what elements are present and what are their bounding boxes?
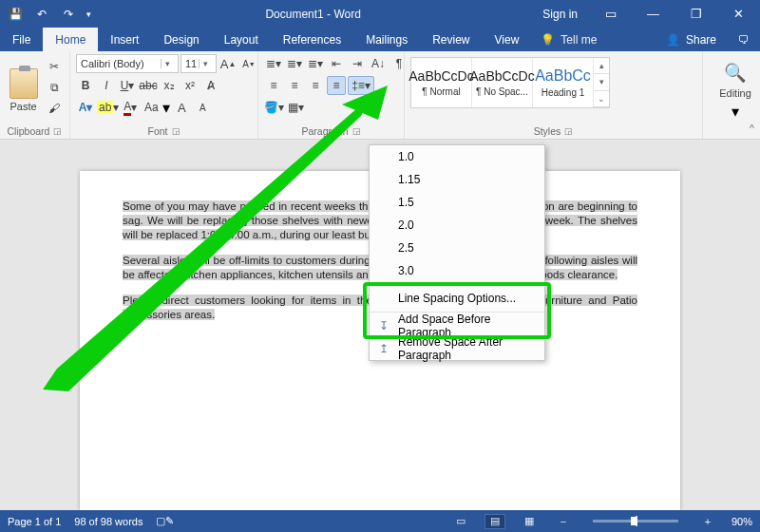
line-spacing-1-0[interactable]: 1.0 bbox=[370, 145, 544, 168]
paragraph-dialog-launcher[interactable]: ◲ bbox=[352, 126, 361, 136]
share-button[interactable]: 👤Share bbox=[655, 28, 728, 51]
proofing-icon[interactable]: ▢✎ bbox=[156, 515, 174, 527]
tab-insert[interactable]: Insert bbox=[98, 28, 151, 51]
borders-button[interactable]: ▦▾ bbox=[286, 98, 305, 117]
sort-button[interactable]: A↓ bbox=[369, 54, 388, 73]
underline-button[interactable]: U▾ bbox=[118, 76, 137, 95]
ribbon: Paste ✂ ⧉ 🖌 Clipboard◲ Calibri (Body)▾ 1… bbox=[0, 51, 760, 140]
clipboard-dialog-launcher[interactable]: ◲ bbox=[53, 126, 62, 136]
font-size-value: 11 bbox=[185, 58, 197, 69]
line-spacing-button[interactable]: ‡≡▾ bbox=[348, 76, 374, 95]
superscript-button[interactable]: x² bbox=[180, 76, 200, 95]
decrease-indent-button[interactable]: ⇤ bbox=[327, 54, 346, 73]
read-mode-button[interactable]: ▭ bbox=[450, 514, 471, 529]
highlight-button[interactable]: ab▾ bbox=[97, 98, 119, 117]
clipboard-icon bbox=[10, 68, 38, 99]
save-icon: 💾 bbox=[9, 8, 23, 21]
line-spacing-options[interactable]: Line Spacing Options... bbox=[370, 287, 544, 310]
undo-icon: ↶ bbox=[37, 8, 47, 21]
tab-view[interactable]: View bbox=[483, 28, 532, 51]
zoom-out-button[interactable]: − bbox=[553, 514, 574, 529]
clear-formatting-button[interactable]: A̷ bbox=[201, 76, 220, 95]
align-center-button[interactable]: ≡ bbox=[285, 76, 304, 95]
tab-design[interactable]: Design bbox=[151, 28, 211, 51]
group-font-label: Font◲ bbox=[76, 124, 252, 138]
tab-layout[interactable]: Layout bbox=[212, 28, 271, 51]
redo-button[interactable]: ↷ bbox=[55, 0, 82, 28]
zoom-thumb[interactable] bbox=[631, 517, 637, 525]
grow-font2[interactable]: A bbox=[172, 98, 191, 117]
restore-button[interactable]: ❐ bbox=[674, 0, 717, 28]
align-right-button[interactable]: ≡ bbox=[306, 76, 325, 95]
tab-references[interactable]: References bbox=[271, 28, 353, 51]
zoom-slider[interactable] bbox=[593, 520, 678, 522]
bulb-icon: 💡 bbox=[541, 33, 555, 47]
shading-button[interactable]: 🪣▾ bbox=[264, 98, 284, 117]
multilevel-list-button[interactable]: ≣▾ bbox=[306, 54, 325, 73]
font-name-box[interactable]: Calibri (Body)▾ bbox=[76, 54, 179, 73]
chevron-down-icon: ▾ bbox=[161, 59, 174, 68]
line-spacing-1-5[interactable]: 1.5 bbox=[370, 191, 544, 214]
sign-in-link[interactable]: Sign in bbox=[531, 8, 589, 21]
style-normal[interactable]: AaBbCcDc¶ Normal bbox=[411, 58, 472, 107]
increase-indent-button[interactable]: ⇥ bbox=[348, 54, 367, 73]
format-painter-button[interactable]: 🖌 bbox=[45, 99, 64, 118]
tab-review[interactable]: Review bbox=[420, 28, 482, 51]
zoom-in-button[interactable]: + bbox=[697, 514, 718, 529]
bold-button[interactable]: B bbox=[76, 76, 95, 95]
search-icon: 🔍 bbox=[724, 62, 747, 84]
justify-button[interactable]: ≡ bbox=[327, 76, 346, 95]
comments-button[interactable]: 🗨 bbox=[728, 28, 760, 51]
style-no-spacing[interactable]: AaBbCcDc¶ No Spac... bbox=[472, 58, 533, 107]
chevron-up-icon: ^ bbox=[750, 123, 754, 134]
font-dialog-launcher[interactable]: ◲ bbox=[172, 126, 180, 136]
ribbon-display-options[interactable]: ▭ bbox=[589, 0, 632, 28]
font-size-box[interactable]: 11▾ bbox=[180, 54, 217, 73]
styles-dialog-launcher[interactable]: ◲ bbox=[564, 126, 573, 136]
line-spacing-3-0[interactable]: 3.0 bbox=[370, 259, 544, 282]
web-layout-button[interactable]: ▦ bbox=[519, 514, 540, 529]
change-case-button[interactable]: Aa bbox=[142, 98, 161, 117]
remove-space-after-paragraph[interactable]: ↥Remove Space After Paragraph bbox=[370, 337, 544, 360]
group-font: Calibri (Body)▾ 11▾ A▲ A▼ B I U▾ abc x₂ … bbox=[70, 51, 258, 139]
close-button[interactable]: ✕ bbox=[717, 0, 760, 28]
grow-font-button[interactable]: A▲ bbox=[218, 54, 238, 73]
bullets-button[interactable]: ≣▾ bbox=[264, 54, 283, 73]
close-icon: ✕ bbox=[733, 7, 744, 21]
line-spacing-2-0[interactable]: 2.0 bbox=[370, 214, 544, 237]
line-spacing-2-5[interactable]: 2.5 bbox=[370, 237, 544, 259]
subscript-button[interactable]: x₂ bbox=[160, 76, 179, 95]
italic-button[interactable]: I bbox=[97, 76, 116, 95]
style-heading1[interactable]: AaBbCcHeading 1 bbox=[533, 58, 594, 107]
styles-gallery[interactable]: AaBbCcDc¶ Normal AaBbCcDc¶ No Spac... Aa… bbox=[410, 57, 610, 108]
numbering-button[interactable]: ≣▾ bbox=[285, 54, 304, 73]
tab-file[interactable]: File bbox=[0, 28, 43, 51]
tab-mailings[interactable]: Mailings bbox=[353, 28, 420, 51]
ribbon-collapse[interactable]: ^ bbox=[709, 121, 754, 135]
add-space-before-paragraph[interactable]: ↧Add Space Before Paragraph bbox=[370, 314, 544, 337]
word-count[interactable]: 98 of 98 words bbox=[74, 516, 142, 527]
minimize-button[interactable]: — bbox=[632, 0, 674, 28]
font-color-button[interactable]: A▾ bbox=[121, 98, 140, 117]
zoom-level[interactable]: 90% bbox=[732, 516, 752, 527]
line-spacing-1-15[interactable]: 1.15 bbox=[370, 168, 544, 191]
strikethrough-button[interactable]: abc bbox=[139, 76, 158, 95]
print-layout-button[interactable]: ▤ bbox=[484, 514, 505, 529]
shrink-font2[interactable]: A bbox=[193, 98, 212, 117]
copy-button[interactable]: ⧉ bbox=[45, 78, 64, 97]
tell-me-box[interactable]: 💡Tell me bbox=[531, 28, 606, 51]
paste-button[interactable]: Paste bbox=[6, 54, 41, 124]
align-left-button[interactable]: ≡ bbox=[264, 76, 283, 95]
editing-button[interactable]: 🔍 Editing▾ bbox=[709, 54, 760, 121]
text-effects-button[interactable]: A▾ bbox=[76, 98, 95, 117]
undo-button[interactable]: ↶ bbox=[28, 0, 55, 28]
group-paragraph-label: Paragraph◲ bbox=[264, 124, 398, 138]
styles-more[interactable]: ▴▾⌄ bbox=[594, 58, 609, 107]
shrink-font-button[interactable]: A▼ bbox=[239, 54, 258, 73]
qat-more-button[interactable]: ▾ bbox=[82, 0, 95, 28]
save-button[interactable]: 💾 bbox=[2, 0, 28, 28]
add-before-icon: ↧ bbox=[375, 319, 392, 332]
cut-button[interactable]: ✂ bbox=[45, 57, 64, 76]
tab-home[interactable]: Home bbox=[43, 28, 98, 51]
page-indicator[interactable]: Page 1 of 1 bbox=[8, 516, 61, 527]
